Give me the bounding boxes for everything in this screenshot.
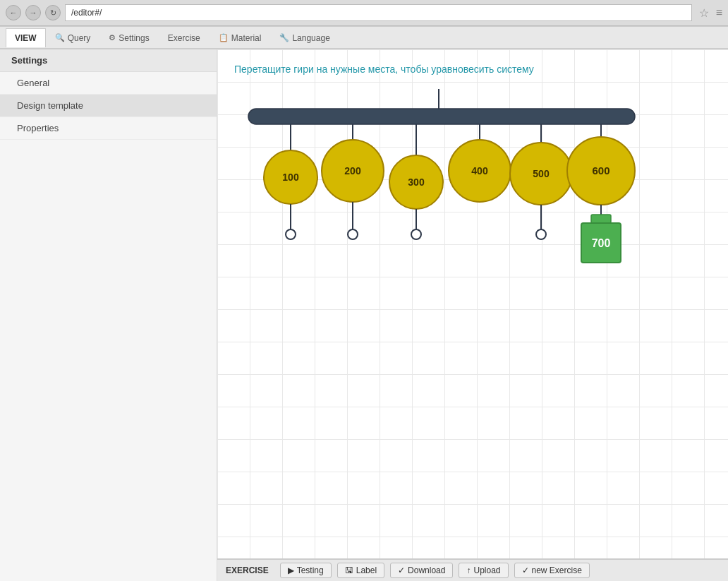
balance-svg: 100 200 300: [234, 89, 643, 385]
upload-icon: ↑: [466, 565, 471, 575]
label-button[interactable]: 🖫 Label: [337, 563, 384, 578]
svg-point-24: [536, 229, 546, 239]
tab-view[interactable]: VIEW: [6, 28, 46, 47]
tab-settings[interactable]: ⚙ Settings: [99, 28, 158, 47]
language-icon: 🔧: [279, 33, 289, 42]
balance-scene: 100 200 300: [234, 89, 643, 385]
tab-language-label: Language: [292, 33, 329, 43]
address-bar: [65, 4, 692, 21]
label-icon: 🖫: [345, 565, 353, 575]
material-icon: 📋: [219, 33, 229, 42]
svg-text:600: 600: [592, 164, 609, 176]
testing-label: Testing: [297, 565, 324, 575]
tab-exercise-label: Exercise: [168, 33, 200, 43]
sidebar: Settings General Design template Propert…: [0, 49, 217, 581]
browser-toolbar: ← → ↻ ☆ ≡: [0, 0, 728, 26]
tab-material-label: Material: [231, 33, 262, 43]
instruction-text: Перетащите гири на нужные места, чтобы у…: [234, 64, 711, 75]
svg-text:300: 300: [408, 176, 425, 188]
url-input[interactable]: [71, 8, 686, 18]
tab-query-label: Query: [68, 33, 91, 43]
svg-point-16: [411, 229, 421, 239]
content-inner: Перетащите гири на нужные места, чтобы у…: [217, 49, 728, 400]
browser-chrome: ← → ↻ ☆ ≡: [0, 0, 728, 27]
svg-text:400: 400: [471, 165, 488, 176]
bottom-toolbar: EXERCISE ▶ Testing 🖫 Label ✓ Download ↑ …: [217, 558, 728, 581]
svg-text:100: 100: [282, 172, 299, 183]
sidebar-header: Settings: [0, 49, 217, 72]
forward-button[interactable]: →: [25, 5, 41, 20]
download-button[interactable]: ✓ Download: [390, 563, 453, 578]
tab-material[interactable]: 📋 Material: [210, 28, 271, 47]
upload-label: Upload: [473, 565, 500, 575]
bookmark-icon[interactable]: ☆: [699, 6, 709, 20]
testing-button[interactable]: ▶ Testing: [280, 563, 332, 578]
label-label: Label: [356, 565, 377, 575]
content-area: Перетащите гири на нужные места, чтобы у…: [217, 49, 728, 558]
content-with-toolbar: Перетащите гири на нужные места, чтобы у…: [217, 49, 728, 581]
tab-bar: VIEW 🔍 Query ⚙ Settings Exercise 📋 Mater…: [0, 27, 728, 49]
tab-query[interactable]: 🔍 Query: [46, 28, 100, 47]
svg-rect-1: [248, 109, 635, 124]
new-exercise-icon: ✓: [522, 565, 529, 575]
main-layout: Settings General Design template Propert…: [0, 49, 728, 581]
download-icon: ✓: [398, 565, 405, 575]
svg-point-6: [286, 229, 296, 239]
svg-text:200: 200: [344, 165, 361, 176]
reload-button[interactable]: ↻: [45, 5, 61, 20]
tab-settings-label: Settings: [119, 33, 149, 43]
testing-icon: ▶: [288, 565, 294, 575]
query-icon: 🔍: [55, 33, 65, 42]
sidebar-item-design-template[interactable]: Design template: [0, 95, 217, 117]
page-wrapper: ← → ↻ ☆ ≡ VIEW 🔍 Query ⚙ Settings Exerci…: [0, 0, 728, 581]
upload-button[interactable]: ↑ Upload: [459, 563, 508, 578]
svg-text:500: 500: [533, 168, 550, 179]
svg-rect-29: [591, 215, 611, 223]
settings-tab-icon: ⚙: [109, 33, 116, 42]
new-exercise-label: new Exercise: [532, 565, 582, 575]
back-button[interactable]: ←: [6, 5, 21, 20]
download-label: Download: [408, 565, 445, 575]
svg-text:700: 700: [592, 237, 611, 249]
toolbar-label: EXERCISE: [226, 565, 269, 575]
menu-icon[interactable]: ≡: [716, 6, 722, 19]
tab-view-label: VIEW: [15, 33, 37, 43]
svg-point-11: [348, 229, 358, 239]
sidebar-item-properties[interactable]: Properties: [0, 117, 217, 140]
tab-exercise[interactable]: Exercise: [159, 28, 210, 47]
tab-language[interactable]: 🔧 Language: [270, 28, 339, 47]
new-exercise-button[interactable]: ✓ new Exercise: [514, 563, 590, 578]
sidebar-item-general[interactable]: General: [0, 72, 217, 95]
